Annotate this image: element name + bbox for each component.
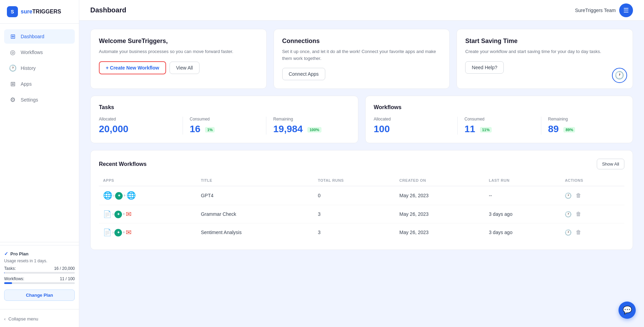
collapse-menu-button[interactable]: ‹ Collapse menu xyxy=(0,312,79,321)
tasks-remaining-value: 19,984 100% xyxy=(273,124,343,135)
row-actions: 🕐 🗑 xyxy=(561,205,624,223)
tasks-usage-row: Tasks: 16 / 20,000 xyxy=(4,266,75,271)
avatar-button[interactable]: ☰ xyxy=(619,3,633,17)
row-created-on: May 26, 2023 xyxy=(395,186,485,205)
gmail-icon: ✉ xyxy=(126,228,132,236)
delete-action-icon[interactable]: 🗑 xyxy=(576,211,581,217)
apps-icon: ⊞ xyxy=(9,80,17,88)
workflows-consumed-value: 11 11% xyxy=(464,124,534,135)
history-action-icon[interactable]: 🕐 xyxy=(565,229,572,236)
sidebar-item-label: Settings xyxy=(21,97,38,103)
sidebar-item-apps[interactable]: ⊞ Apps xyxy=(4,77,75,91)
sidebar-item-history[interactable]: 🕐 History xyxy=(4,61,75,75)
recent-workflows-title: Recent Workflows xyxy=(99,161,146,167)
usage-reset-text: Usage resets in 1 days. xyxy=(4,259,75,263)
workflows-usage-row: Workflows: 11 / 100 xyxy=(4,276,75,281)
workflows-consumed-label: Consumed xyxy=(464,117,534,122)
gmail-icon: ✉ xyxy=(126,210,132,218)
page-title: Dashboard xyxy=(90,6,126,14)
sidebar-item-settings[interactable]: ⚙ Settings xyxy=(4,93,75,107)
history-icon: 🕐 xyxy=(9,64,17,72)
create-workflow-button[interactable]: + Create New Workflow xyxy=(99,61,166,74)
history-action-icon[interactable]: 🕐 xyxy=(565,192,572,199)
change-plan-button[interactable]: Change Plan xyxy=(4,289,75,301)
recent-workflows-table: APPS TITLE TOTAL RUNS CREATED ON LAST RU… xyxy=(99,175,624,241)
row-title: GPT4 xyxy=(197,186,314,205)
welcome-card-actions: + Create New Workflow View All xyxy=(99,61,258,74)
sidebar-item-dashboard[interactable]: ⊞ Dashboard xyxy=(4,29,75,44)
gpt-icon: ✦ xyxy=(114,210,122,218)
show-all-button[interactable]: Show All xyxy=(597,159,624,169)
saving-time-card: Start Saving Time Create your workflow a… xyxy=(457,29,633,89)
row-title: Sentiment Analysis xyxy=(197,223,314,242)
workflows-icon: ◎ xyxy=(9,49,17,56)
plus-icon: + xyxy=(123,212,125,217)
col-created-on: CREATED ON xyxy=(395,175,485,186)
workflows-stats-cols: Allocated 100 Consumed 11 11% Remaining xyxy=(374,117,625,135)
arrow-icon: › xyxy=(112,230,114,235)
welcome-title: Welcome SureTriggers, xyxy=(99,38,258,45)
plus-icon: + xyxy=(123,193,126,198)
tasks-allocated-col: Allocated 20,000 xyxy=(99,117,183,135)
recent-workflows-card: Recent Workflows Show All APPS TITLE TOT… xyxy=(90,150,633,250)
logo-icon: S xyxy=(7,6,18,17)
collapse-icon: ‹ xyxy=(4,316,6,321)
app-icons: 📄 › ✦ + ✉ xyxy=(103,228,193,236)
view-all-button[interactable]: View All xyxy=(170,62,200,74)
workflows-remaining-label: Remaining xyxy=(548,117,618,122)
history-action-icon[interactable]: 🕐 xyxy=(565,211,572,218)
row-total-runs: 3 xyxy=(314,205,395,223)
connections-title: Connections xyxy=(282,38,441,45)
col-apps: APPS xyxy=(99,175,197,186)
row-created-on: May 26, 2023 xyxy=(395,223,485,242)
workflows-progress-fill xyxy=(4,282,12,284)
table-row: 📄 › ✦ + ✉ Grammar Check 3 May 26, 2 xyxy=(99,205,624,223)
workflows-consumed-col: Consumed 11 11% xyxy=(457,117,541,135)
sidebar-item-label: Workflows xyxy=(21,50,43,55)
dashboard-content: Welcome SureTriggers, Automate your busi… xyxy=(79,21,644,258)
recent-workflows-header: Recent Workflows Show All xyxy=(99,159,624,169)
app-icons: 📄 › ✦ + ✉ xyxy=(103,210,193,218)
row-total-runs: 0 xyxy=(314,186,395,205)
workflows-progress-bar xyxy=(4,282,75,284)
tasks-stats-cols: Allocated 20,000 Consumed 16 1% Remainin… xyxy=(99,117,350,135)
saving-description: Create your workflow and start saving ti… xyxy=(465,48,624,55)
table-row: 🌐 › ✦ + 🌐 GPT4 0 May 26, 2023 xyxy=(99,186,624,205)
need-help-button[interactable]: Need Help? xyxy=(465,61,504,74)
workflows-stats-title: Workflows xyxy=(374,104,625,110)
workflows-stats-card: Workflows Allocated 100 Consumed 11 11% xyxy=(365,96,633,143)
tasks-consumed-badge: 1% xyxy=(205,127,215,133)
topbar-right: SureTriggers Team ☰ xyxy=(575,3,633,17)
tasks-consumed-value: 16 1% xyxy=(190,124,259,135)
logo: S sureTRIGGERS xyxy=(0,0,79,24)
row-apps: 🌐 › ✦ + 🌐 xyxy=(99,186,197,205)
team-name: SureTriggers Team xyxy=(575,8,616,13)
sidebar-item-workflows[interactable]: ◎ Workflows xyxy=(4,45,75,60)
top-cards-row: Welcome SureTriggers, Automate your busi… xyxy=(90,29,633,89)
welcome-card: Welcome SureTriggers, Automate your busi… xyxy=(90,29,267,89)
chat-fab-button[interactable]: 💬 xyxy=(619,302,636,319)
connect-apps-button[interactable]: Connect Apps xyxy=(282,68,325,80)
main-content: Dashboard SureTriggers Team ☰ Welcome Su… xyxy=(79,0,644,327)
gpt-icon: ✦ xyxy=(114,228,122,236)
stats-row: Tasks Allocated 20,000 Consumed 16 1% xyxy=(90,96,633,143)
tasks-allocated-label: Allocated xyxy=(99,117,176,122)
saving-card-actions: Need Help? xyxy=(465,61,624,74)
app-icons: 🌐 › ✦ + 🌐 xyxy=(103,191,193,200)
workflows-allocated-col: Allocated 100 xyxy=(374,117,458,135)
tasks-stats-title: Tasks xyxy=(99,104,350,110)
action-icons: 🕐 🗑 xyxy=(565,211,620,218)
logo-text: sureTRIGGERS xyxy=(21,9,61,15)
gpt-icon: ✦ xyxy=(115,191,123,200)
arrow-icon: › xyxy=(113,193,114,198)
delete-action-icon[interactable]: 🗑 xyxy=(576,192,581,199)
wp2-icon: 🌐 xyxy=(126,191,136,200)
delete-action-icon[interactable]: 🗑 xyxy=(576,229,581,235)
workflows-allocated-label: Allocated xyxy=(374,117,451,122)
workflows-remaining-badge: 89% xyxy=(563,127,575,133)
workflows-allocated-value: 100 xyxy=(374,124,451,135)
gdoc-icon: 📄 xyxy=(103,228,112,236)
tasks-progress-bar xyxy=(4,272,75,274)
row-actions: 🕐 🗑 xyxy=(561,223,624,242)
row-created-on: May 26, 2023 xyxy=(395,205,485,223)
